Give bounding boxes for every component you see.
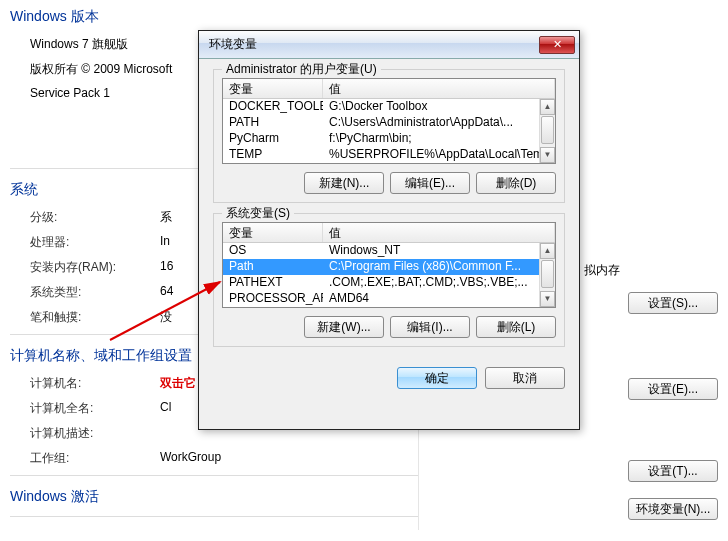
- col-variable[interactable]: 变量: [223, 79, 323, 98]
- ram-value: 16: [160, 259, 173, 276]
- system-vars-list[interactable]: 变量 值 OSWindows_NTPathC:\Program Files (x…: [222, 222, 556, 308]
- sys-new-button[interactable]: 新建(W)...: [304, 316, 384, 338]
- var-name: DOCKER_TOOLB...: [223, 99, 323, 115]
- var-value: Windows_NT: [323, 243, 555, 259]
- table-row[interactable]: OSWindows_NT: [223, 243, 555, 259]
- table-row[interactable]: DOCKER_TOOLB...G:\Docker Toolbox: [223, 99, 555, 115]
- copyright-text: 版权所有 © 2009 Microsoft: [30, 61, 172, 78]
- env-vars-button[interactable]: 环境变量(N)...: [628, 498, 718, 520]
- var-name: Path: [223, 259, 323, 275]
- list-header: 变量 值: [223, 79, 555, 99]
- table-row[interactable]: PATHEXT.COM;.EXE;.BAT;.CMD;.VBS;.VBE;...: [223, 275, 555, 291]
- scroll-up-icon[interactable]: ▲: [540, 243, 555, 259]
- cancel-button[interactable]: 取消: [485, 367, 565, 389]
- ok-button[interactable]: 确定: [397, 367, 477, 389]
- workgroup-label: 工作组:: [30, 450, 160, 467]
- scrollbar[interactable]: ▲ ▼: [539, 99, 555, 163]
- settings-e-button[interactable]: 设置(E)...: [628, 378, 718, 400]
- computer-fullname-label: 计算机全名:: [30, 400, 160, 417]
- var-value: G:\Docker Toolbox: [323, 99, 555, 115]
- user-new-button[interactable]: 新建(N)...: [304, 172, 384, 194]
- table-row[interactable]: TEMP%USERPROFILE%\AppData\Local\Temp: [223, 147, 555, 163]
- close-icon[interactable]: ✕: [539, 36, 575, 54]
- pen-label: 笔和触摸:: [30, 309, 160, 326]
- table-row[interactable]: PATHC:\Users\Administrator\AppData\...: [223, 115, 555, 131]
- env-vars-dialog: 环境变量 ✕ Administrator 的用户变量(U) 变量 值 DOCKE…: [198, 30, 580, 430]
- col-variable[interactable]: 变量: [223, 223, 323, 242]
- scroll-down-icon[interactable]: ▼: [540, 291, 555, 307]
- var-name: TEMP: [223, 147, 323, 163]
- scrollbar[interactable]: ▲ ▼: [539, 243, 555, 307]
- cpu-label: 处理器:: [30, 234, 160, 251]
- computer-fullname-value: Cl: [160, 400, 171, 417]
- var-name: PATH: [223, 115, 323, 131]
- systype-value: 64: [160, 284, 173, 301]
- var-value: C:\Program Files (x86)\Common F...: [323, 259, 555, 275]
- user-vars-list[interactable]: 变量 值 DOCKER_TOOLB...G:\Docker ToolboxPAT…: [222, 78, 556, 164]
- var-name: PATHEXT: [223, 275, 323, 291]
- dialog-title: 环境变量: [209, 36, 539, 53]
- var-value: .COM;.EXE;.BAT;.CMD;.VBS;.VBE;...: [323, 275, 555, 291]
- system-vars-group: 系统变量(S) 变量 值 OSWindows_NTPathC:\Program …: [213, 213, 565, 347]
- var-value: AMD64: [323, 291, 555, 307]
- virtual-memory-label: 拟内存: [584, 262, 620, 279]
- user-vars-group: Administrator 的用户变量(U) 变量 值 DOCKER_TOOLB…: [213, 69, 565, 203]
- user-vars-title: Administrator 的用户变量(U): [222, 61, 381, 78]
- var-value: %USERPROFILE%\AppData\Local\Temp: [323, 147, 555, 163]
- dialog-titlebar[interactable]: 环境变量 ✕: [199, 31, 579, 59]
- var-name: OS: [223, 243, 323, 259]
- table-row[interactable]: PathC:\Program Files (x86)\Common F...: [223, 259, 555, 275]
- col-value[interactable]: 值: [323, 79, 555, 98]
- var-value: f:\PyCharm\bin;: [323, 131, 555, 147]
- var-value: C:\Users\Administrator\AppData\...: [323, 115, 555, 131]
- pen-value: 没: [160, 309, 172, 326]
- table-row[interactable]: PROCESSOR_AR...AMD64: [223, 291, 555, 307]
- systype-label: 系统类型:: [30, 284, 160, 301]
- double-click-note: 双击它: [160, 375, 196, 392]
- computer-desc-label: 计算机描述:: [30, 425, 160, 442]
- section-windows-version: Windows 版本: [0, 0, 728, 32]
- scroll-down-icon[interactable]: ▼: [540, 147, 555, 163]
- col-value[interactable]: 值: [323, 223, 555, 242]
- user-delete-button[interactable]: 删除(D): [476, 172, 556, 194]
- list-header: 变量 值: [223, 223, 555, 243]
- system-vars-title: 系统变量(S): [222, 205, 294, 222]
- windows-edition: Windows 7 旗舰版: [30, 36, 128, 53]
- scroll-thumb[interactable]: [541, 260, 554, 288]
- var-name: PROCESSOR_AR...: [223, 291, 323, 307]
- service-pack: Service Pack 1: [30, 86, 110, 100]
- sys-delete-button[interactable]: 删除(L): [476, 316, 556, 338]
- rating-label: 分级:: [30, 209, 160, 226]
- workgroup-value: WorkGroup: [160, 450, 221, 467]
- ram-label: 安装内存(RAM):: [30, 259, 160, 276]
- computer-name-label: 计算机名:: [30, 375, 160, 392]
- scroll-thumb[interactable]: [541, 116, 554, 144]
- rating-value[interactable]: 系: [160, 209, 172, 226]
- user-edit-button[interactable]: 编辑(E)...: [390, 172, 470, 194]
- cpu-value: In: [160, 234, 170, 251]
- var-name: PyCharm: [223, 131, 323, 147]
- table-row[interactable]: PyCharmf:\PyCharm\bin;: [223, 131, 555, 147]
- settings-s-button[interactable]: 设置(S)...: [628, 292, 718, 314]
- settings-t-button[interactable]: 设置(T)...: [628, 460, 718, 482]
- scroll-up-icon[interactable]: ▲: [540, 99, 555, 115]
- sys-edit-button[interactable]: 编辑(I)...: [390, 316, 470, 338]
